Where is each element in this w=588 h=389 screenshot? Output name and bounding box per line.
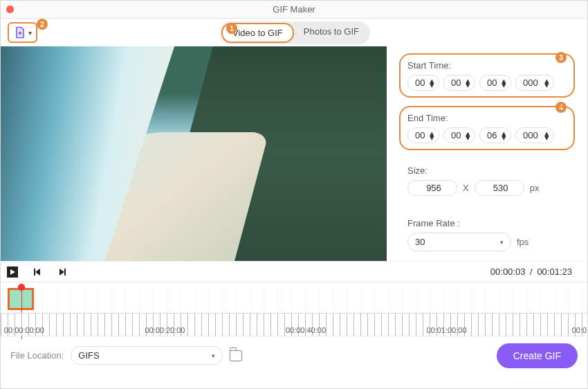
settings-panel: Start Time: 00▴▾ 00▴▾ 00▴▾ 000▴▾ End Tim… xyxy=(387,46,587,261)
start-millis-stepper[interactable]: 000▴▾ xyxy=(515,75,554,91)
callout-1: 1 xyxy=(226,23,237,34)
add-media-button[interactable]: ▾ xyxy=(8,22,37,43)
add-file-icon xyxy=(13,26,27,39)
play-button[interactable] xyxy=(6,266,19,278)
tab-photos-to-gif[interactable]: Photos to GIF xyxy=(294,23,369,43)
svg-rect-1 xyxy=(34,269,35,275)
playback-time: 00:00:03 / 00:01:23 xyxy=(490,266,572,277)
ruler-label: 00:00:00:00 xyxy=(4,326,44,334)
frame-forward-button[interactable] xyxy=(56,266,68,278)
ruler-label: 00:01 xyxy=(572,326,588,334)
chevron-down-icon: ▾ xyxy=(500,239,504,246)
end-seconds-stepper[interactable]: 06▴▾ xyxy=(479,127,511,143)
close-window-button[interactable] xyxy=(6,6,14,13)
start-minutes-stepper[interactable]: 00▴▾ xyxy=(443,75,475,91)
step-back-icon xyxy=(33,267,42,277)
framerate-select[interactable]: 30 ▾ xyxy=(407,233,511,251)
timeline-track[interactable] xyxy=(1,287,587,313)
file-location-select[interactable]: GIFS ▾ xyxy=(71,346,223,365)
size-label: Size: xyxy=(407,165,567,176)
step-forward-icon xyxy=(57,267,67,277)
end-minutes-stepper[interactable]: 00▴▾ xyxy=(443,127,475,143)
frame-back-button[interactable] xyxy=(31,266,44,278)
chevron-down-icon: ▾ xyxy=(212,352,215,359)
framerate-group: Frame Rate : 30 ▾ fps xyxy=(399,211,575,258)
main-area: Start Time: 00▴▾ 00▴▾ 00▴▾ 000▴▾ End Tim… xyxy=(1,46,587,261)
size-group: Size: 956 X 530 px xyxy=(399,159,575,203)
window-title: GIF Maker xyxy=(273,4,315,15)
video-preview[interactable] xyxy=(1,46,387,261)
ruler-label: 00:00:20:00 xyxy=(145,326,185,334)
width-input[interactable]: 956 xyxy=(407,180,457,196)
mode-tabs: Video to GIF Photos to GIF xyxy=(220,21,370,44)
size-unit: px xyxy=(530,183,540,193)
size-separator: X xyxy=(463,183,469,193)
browse-folder-button[interactable] xyxy=(230,350,242,361)
toolbar: ▾ Video to GIF Photos to GIF xyxy=(1,19,587,46)
end-millis-stepper[interactable]: 000▴▾ xyxy=(515,127,554,143)
start-hours-stepper[interactable]: 00▴▾ xyxy=(407,75,439,91)
callout-2: 2 xyxy=(37,19,48,30)
start-time-group: Start Time: 00▴▾ 00▴▾ 00▴▾ 000▴▾ xyxy=(399,53,575,98)
playback-controls: 00:00:03 / 00:01:23 xyxy=(1,261,587,282)
file-location-label: File Location: xyxy=(10,350,64,361)
framerate-unit: fps xyxy=(517,237,529,247)
start-time-label: Start Time: xyxy=(407,60,567,71)
timeline[interactable]: 00:00:00:00 00:00:20:00 00:00:40:00 00:0… xyxy=(1,282,587,336)
titlebar: GIF Maker xyxy=(1,1,587,19)
time-ruler: 00:00:00:00 00:00:20:00 00:00:40:00 00:0… xyxy=(1,313,587,336)
play-icon xyxy=(6,266,19,278)
footer: File Location: GIFS ▾ Create GIF xyxy=(1,336,587,374)
end-hours-stepper[interactable]: 00▴▾ xyxy=(407,127,439,143)
create-gif-button[interactable]: Create GIF xyxy=(497,343,578,368)
ruler-label: 00:00:40:00 xyxy=(286,326,326,334)
svg-rect-2 xyxy=(64,269,66,275)
framerate-label: Frame Rate : xyxy=(407,218,567,228)
start-seconds-stepper[interactable]: 00▴▾ xyxy=(479,75,511,91)
end-time-label: End Time: xyxy=(407,113,567,123)
chevron-down-icon: ▾ xyxy=(28,29,32,37)
ruler-label: 00:01:00:00 xyxy=(426,326,466,334)
height-input[interactable]: 530 xyxy=(475,180,524,196)
chevron-down-icon: ▾ xyxy=(430,83,434,87)
end-time-group: End Time: 00▴▾ 00▴▾ 06▴▾ 000▴▾ xyxy=(399,106,575,150)
